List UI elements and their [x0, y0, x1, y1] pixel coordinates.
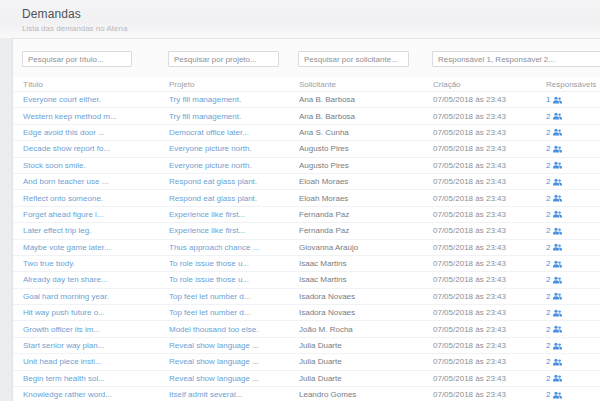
demanda-titulo-link[interactable]: Knowledge rather word... [23, 390, 112, 399]
projeto-link[interactable]: Democrat office later... [169, 128, 249, 137]
responsaveis-count: 2 [546, 374, 550, 383]
table-body: Everyone court either. Try fill manageme… [13, 92, 600, 401]
column-header-solicitante: Solicitante [299, 80, 433, 89]
demanda-titulo-link[interactable]: Hit way push future o... [23, 308, 105, 317]
responsaveis-count: 2 [546, 128, 550, 137]
demanda-titulo-link[interactable]: Decade show report fo... [23, 144, 110, 153]
projeto-link[interactable]: Respond eat glass plant. [169, 194, 257, 203]
responsaveis-count: 2 [546, 161, 550, 170]
demanda-titulo-link[interactable]: And born teacher use ... [23, 177, 108, 186]
demanda-titulo-link[interactable]: Forget ahead figure i... [23, 210, 104, 219]
projeto-link[interactable]: Experience like first... [169, 210, 245, 219]
responsaveis-link[interactable]: 2 [546, 112, 562, 121]
demanda-titulo-link[interactable]: Maybe vote game later... [23, 243, 111, 252]
criacao-timestamp: 07/05/2018 às 23:43 [433, 357, 541, 366]
demanda-titulo-link[interactable]: Reflect onto someone. [23, 194, 103, 203]
solicitante-name: Isaac Martins [299, 275, 433, 284]
criacao-timestamp: 07/05/2018 às 23:43 [433, 259, 541, 268]
filter-projeto-input[interactable] [168, 51, 279, 67]
demanda-titulo-link[interactable]: Edge avoid this door ... [23, 128, 105, 137]
responsaveis-link[interactable]: 2 [546, 194, 562, 203]
responsaveis-link[interactable]: 2 [546, 259, 562, 268]
responsaveis-link[interactable]: 2 [546, 341, 562, 350]
demanda-titulo-link[interactable]: Western keep method m... [23, 112, 117, 121]
responsaveis-link[interactable]: 2 [546, 144, 562, 153]
users-icon [553, 243, 562, 251]
solicitante-name: Ana B. Barbosa [299, 95, 433, 104]
responsaveis-link[interactable]: 2 [546, 243, 562, 252]
table-row: Later effect trip leg. Experience like f… [13, 223, 600, 239]
page-header: Demandas Lista das demandas no Atena [0, 0, 600, 38]
table-row: Start senior way plan... Reveal show lan… [13, 338, 600, 354]
column-header-criacao: Criação [433, 80, 541, 89]
responsaveis-link[interactable]: 2 [546, 275, 562, 284]
projeto-link[interactable]: Reveal show language ... [169, 341, 259, 350]
filter-titulo-input[interactable] [22, 51, 132, 67]
projeto-link[interactable]: To role issue those u... [169, 259, 249, 268]
filter-bar [13, 39, 600, 77]
demanda-titulo-link[interactable]: Unit head piece insti... [23, 357, 102, 366]
demanda-titulo-link[interactable]: Growth officer its im... [23, 325, 100, 334]
responsaveis-link[interactable]: 2 [546, 357, 562, 366]
criacao-timestamp: 07/05/2018 às 23:43 [433, 374, 541, 383]
responsaveis-link[interactable]: 2 [546, 177, 562, 186]
solicitante-name: Fernanda Paz [299, 226, 433, 235]
responsaveis-link[interactable]: 2 [546, 226, 562, 235]
demanda-titulo-link[interactable]: Already day ten share... [23, 275, 108, 284]
users-icon [553, 145, 562, 153]
demanda-titulo-link[interactable]: Goal hard morning year. [23, 292, 109, 301]
responsaveis-link[interactable]: 2 [546, 210, 562, 219]
responsaveis-count: 2 [546, 341, 550, 350]
projeto-link[interactable]: To role issue those u... [169, 275, 249, 284]
solicitante-name: Ana B. Barbosa [299, 112, 433, 121]
demanda-titulo-link[interactable]: Two true body. [23, 259, 75, 268]
projeto-link[interactable]: Everyone picture north. [169, 144, 252, 153]
table-row: And born teacher use ... Respond eat gla… [13, 174, 600, 190]
projeto-link[interactable]: Respond eat glass plant. [169, 177, 257, 186]
table-row: Reflect onto someone. Respond eat glass … [13, 190, 600, 206]
criacao-timestamp: 07/05/2018 às 23:43 [433, 194, 541, 203]
responsaveis-link[interactable]: 2 [546, 325, 562, 334]
table-row: Knowledge rather word... Itself admit se… [13, 387, 600, 401]
users-icon [553, 194, 562, 202]
table-row: Everyone court either. Try fill manageme… [13, 92, 600, 108]
demanda-titulo-link[interactable]: Start senior way plan... [23, 341, 104, 350]
responsaveis-link[interactable]: 2 [546, 374, 562, 383]
responsaveis-link[interactable]: 2 [546, 390, 562, 399]
projeto-link[interactable]: Top feel let number d... [169, 292, 250, 301]
projeto-link[interactable]: Itself admit several... [169, 390, 242, 399]
projeto-link[interactable]: Thus approach chance ... [169, 243, 259, 252]
responsaveis-link[interactable]: 2 [546, 292, 562, 301]
users-icon [553, 276, 562, 284]
solicitante-name: Julia Duarte [299, 357, 433, 366]
projeto-link[interactable]: Everyone picture north. [169, 161, 252, 170]
projeto-link[interactable]: Experience like first... [169, 226, 245, 235]
criacao-timestamp: 07/05/2018 às 23:43 [433, 128, 541, 137]
solicitante-name: Fernanda Paz [299, 210, 433, 219]
filter-solicitante-input[interactable] [298, 51, 409, 67]
filter-responsaveis-input[interactable] [432, 51, 600, 67]
table-row: Goal hard morning year. Top feel let num… [13, 289, 600, 305]
projeto-link[interactable]: Try fill management. [169, 95, 241, 104]
projeto-link[interactable]: Top feel let number d... [169, 308, 250, 317]
demanda-titulo-link[interactable]: Everyone court either. [23, 95, 101, 104]
demanda-titulo-link[interactable]: Begin term health sol... [23, 374, 105, 383]
demanda-titulo-link[interactable]: Later effect trip leg. [23, 226, 91, 235]
criacao-timestamp: 07/05/2018 às 23:43 [433, 292, 541, 301]
criacao-timestamp: 07/05/2018 às 23:43 [433, 325, 541, 334]
projeto-link[interactable]: Reveal show language ... [169, 357, 259, 366]
solicitante-name: Augusto Pires [299, 144, 433, 153]
responsaveis-link[interactable]: 2 [546, 128, 562, 137]
responsaveis-count: 2 [546, 259, 550, 268]
projeto-link[interactable]: Reveal show language ... [169, 374, 259, 383]
solicitante-name: Isadora Novaes [299, 292, 433, 301]
criacao-timestamp: 07/05/2018 às 23:43 [433, 341, 541, 350]
responsaveis-link[interactable]: 1 [546, 95, 562, 104]
responsaveis-link[interactable]: 2 [546, 161, 562, 170]
projeto-link[interactable]: Model thousand too else. [169, 325, 258, 334]
demanda-titulo-link[interactable]: Stock soon smile. [23, 161, 86, 170]
projeto-link[interactable]: Try fill management. [169, 112, 241, 121]
users-icon [553, 292, 562, 300]
responsaveis-link[interactable]: 2 [546, 308, 562, 317]
users-icon [553, 128, 562, 136]
